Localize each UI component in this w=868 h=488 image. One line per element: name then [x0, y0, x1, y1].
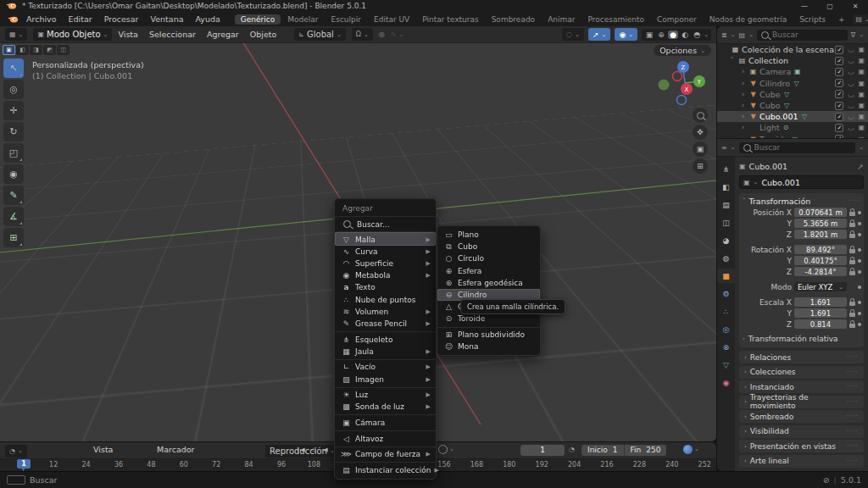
- menu-item[interactable]: Toroide: [437, 313, 540, 324]
- collapsed-panel[interactable]: › Instanciado ····: [739, 380, 864, 393]
- xray-toggle-icon[interactable]: ▣: [644, 30, 654, 39]
- menu-item[interactable]: Texto: [335, 281, 436, 293]
- value-field[interactable]: 0.070641 m: [794, 208, 847, 217]
- exclude-checkbox[interactable]: ✓: [835, 68, 843, 76]
- breadcrumb-label[interactable]: Cubo.001: [749, 162, 787, 171]
- select-mode-intersect-icon[interactable]: ◫: [57, 45, 70, 55]
- outliner-row[interactable]: › Cubo.001 ✓ ◡ ▣: [717, 111, 868, 122]
- menu-item[interactable]: Vacío ▶: [335, 359, 436, 374]
- properties-tab[interactable]: [717, 304, 735, 319]
- hide-eye-icon[interactable]: ◡: [848, 136, 854, 138]
- camera-visibility-icon[interactable]: ▣: [858, 68, 865, 75]
- outliner-row[interactable]: › Toroide ✓ ◡ ▣: [717, 134, 868, 139]
- value-field[interactable]: 0.814: [794, 319, 847, 329]
- menubar-item[interactable]: Ayuda: [190, 14, 226, 24]
- stopwatch-icon[interactable]: ◔: [569, 446, 575, 453]
- shading-solid-icon[interactable]: ●: [668, 30, 678, 39]
- menu-item[interactable]: Superficie ▶: [335, 258, 436, 269]
- pan-button[interactable]: ✥: [693, 125, 708, 140]
- lock-icon[interactable]: [849, 212, 855, 216]
- menu-item[interactable]: Jaula ▶: [335, 346, 436, 358]
- tool-button[interactable]: [3, 80, 24, 99]
- record-button[interactable]: ⌄: [438, 445, 454, 454]
- menu-item[interactable]: Sonda de luz ▶: [335, 401, 436, 413]
- expander-icon[interactable]: ›: [739, 124, 747, 131]
- exclude-checkbox[interactable]: ✓: [835, 124, 843, 132]
- value-field[interactable]: 1.691: [794, 297, 847, 307]
- subpanel-transform-relative[interactable]: › Transformación relativa: [743, 333, 860, 344]
- expander-icon[interactable]: ›: [739, 80, 747, 87]
- viewport-menu-item[interactable]: Vista: [118, 30, 137, 39]
- perspective-toggle-button[interactable]: ⊞: [693, 158, 708, 174]
- tool-button[interactable]: [3, 186, 24, 205]
- gizmos-toggle[interactable]: ↗⌄: [588, 28, 610, 41]
- outliner-row[interactable]: ˅ Collection ✓ ◡ ▣: [717, 55, 868, 66]
- tool-button[interactable]: [3, 164, 24, 184]
- lock-icon[interactable]: [849, 260, 855, 264]
- workspace-tab[interactable]: Nodos de geometría: [704, 14, 793, 25]
- hide-eye-icon[interactable]: ◡: [848, 91, 854, 98]
- options-button[interactable]: Opciones⌄: [654, 45, 711, 56]
- menubar-item[interactable]: Ventana: [144, 14, 189, 24]
- camera-visibility-icon[interactable]: ▣: [858, 136, 865, 138]
- menu-item[interactable]: Buscar...: [335, 219, 436, 230]
- menu-item[interactable]: Malla ▶: [335, 231, 436, 246]
- menu-item[interactable]: Cámara: [335, 414, 436, 429]
- value-field[interactable]: 89.492°: [794, 245, 847, 254]
- falloff-icon[interactable]: ∿ ⌄: [391, 30, 404, 38]
- exclude-checkbox[interactable]: ✓: [835, 90, 843, 98]
- collapsed-panel[interactable]: › Relaciones ····: [739, 351, 864, 363]
- properties-tab[interactable]: [717, 269, 735, 283]
- lock-icon[interactable]: [849, 324, 855, 328]
- start-frame-field[interactable]: Inicio 1: [581, 445, 625, 456]
- overlays-toggle[interactable]: ◉⌄: [615, 28, 637, 41]
- prev-keyframe-button[interactable]: ◁: [307, 445, 319, 456]
- snap-toggle[interactable]: Ω⌄: [352, 28, 373, 41]
- proportional-edit-icon[interactable]: ◎: [379, 30, 385, 38]
- menubar-item[interactable]: Archivo: [20, 14, 63, 24]
- value-field[interactable]: 1.691: [794, 308, 847, 318]
- menu-item[interactable]: Nube de puntos: [335, 294, 436, 306]
- viewport-menu-item[interactable]: Objeto: [250, 30, 277, 39]
- tool-button[interactable]: [3, 207, 24, 226]
- value-field[interactable]: 1.8201 m: [794, 230, 847, 239]
- tool-button[interactable]: [3, 122, 24, 141]
- timeline-editor-type-button[interactable]: ◔⌄: [5, 445, 27, 458]
- keyframe-dot-icon[interactable]: [858, 259, 861, 263]
- value-field[interactable]: -4.2814°: [794, 267, 847, 276]
- properties-tab[interactable]: [717, 233, 735, 247]
- object-name-field[interactable]: ▣⌄ Cubo.001: [739, 175, 864, 189]
- outliner-editor-icon[interactable]: ≣: [721, 31, 727, 39]
- timeline-menu-marcador[interactable]: Marcador: [157, 445, 195, 454]
- outliner-display-mode-icon[interactable]: ▤: [739, 31, 746, 39]
- value-field[interactable]: 0.40175°: [794, 256, 847, 265]
- hide-eye-icon[interactable]: ◡: [848, 57, 854, 64]
- menu-item[interactable]: Círculo: [437, 252, 540, 264]
- collapsed-panel[interactable]: › Colecciones ····: [739, 366, 864, 379]
- workspace-tab[interactable]: Procesamiento: [581, 14, 650, 25]
- menu-item[interactable]: Esfera: [437, 265, 540, 277]
- hide-eye-icon[interactable]: ◡: [848, 124, 854, 131]
- camera-visibility-icon[interactable]: ▣: [858, 46, 865, 53]
- workspace-tab[interactable]: Pintar texturas: [416, 14, 484, 25]
- menu-item[interactable]: Esfera geodésica: [437, 277, 540, 289]
- playhead[interactable]: 1: [17, 459, 31, 469]
- menu-item[interactable]: Grease Pencil ▶: [335, 318, 436, 330]
- expander-icon[interactable]: ›: [739, 91, 747, 98]
- filter-icon[interactable]: ∇: [851, 31, 855, 39]
- viewport-menu-item[interactable]: Seleccionar: [149, 30, 196, 39]
- properties-tab[interactable]: [717, 180, 735, 194]
- collapsed-panel[interactable]: › Sombreado ····: [739, 410, 864, 423]
- minimize-button[interactable]: —: [792, 0, 817, 12]
- outliner-row[interactable]: Colección de la escena ✓ ◡ ▣: [717, 44, 868, 55]
- tool-button[interactable]: [3, 101, 24, 120]
- hide-eye-icon[interactable]: ◡: [848, 80, 854, 87]
- expander-icon[interactable]: ›: [739, 136, 747, 138]
- menu-item[interactable]: Campo de fuerza ▶: [335, 446, 436, 461]
- expander-icon[interactable]: ›: [739, 102, 747, 109]
- hide-eye-icon[interactable]: ◡: [848, 113, 854, 120]
- close-button[interactable]: ✕: [843, 0, 868, 12]
- value-field[interactable]: 5.3656 m: [794, 219, 847, 228]
- properties-tab[interactable]: [717, 251, 735, 265]
- properties-tab[interactable]: [717, 375, 735, 390]
